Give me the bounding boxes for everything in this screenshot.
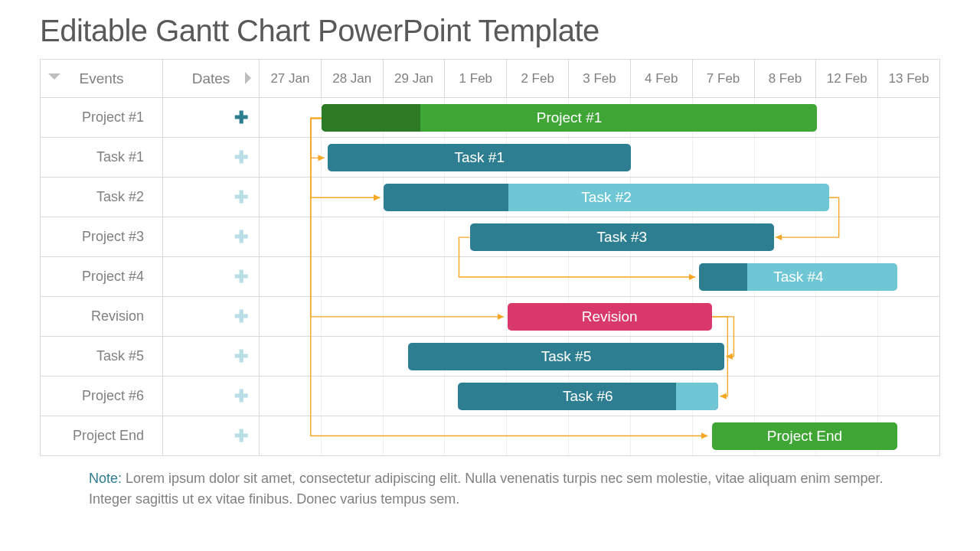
header-events[interactable]: Events <box>41 60 163 97</box>
timeline-cell <box>384 98 446 137</box>
timeline-cell <box>878 257 939 296</box>
row-timeline <box>260 416 939 455</box>
row-timeline <box>260 337 939 376</box>
timeline-cell <box>755 98 817 137</box>
timeline-cell <box>384 416 446 455</box>
note-text: Lorem ipsum dolor sit amet, consectetur … <box>89 471 883 507</box>
plus-icon: ✚ <box>234 308 248 325</box>
timeline-cell <box>569 178 631 217</box>
timeline-cell <box>384 138 446 177</box>
timeline-cell <box>755 217 817 256</box>
timeline-cell <box>816 257 878 296</box>
timeline-cell <box>816 416 878 455</box>
timeline-cell <box>816 138 878 177</box>
row-label: Task #5 <box>41 337 163 376</box>
header-date-col: 7 Feb <box>693 60 755 97</box>
timeline-cell <box>507 98 569 137</box>
row-expand[interactable]: ✚ <box>163 297 260 336</box>
timeline-cell <box>631 138 693 177</box>
timeline-cell <box>445 257 507 296</box>
timeline-cell <box>384 217 446 256</box>
header-dates[interactable]: Dates <box>163 60 260 97</box>
plus-icon: ✚ <box>234 229 248 246</box>
timeline-cell <box>878 377 939 416</box>
row-label: Task #2 <box>41 178 163 217</box>
plus-icon: ✚ <box>234 149 248 166</box>
timeline-cell <box>693 138 755 177</box>
timeline-cell <box>445 337 507 376</box>
plus-icon: ✚ <box>234 189 248 206</box>
timeline-cell <box>631 416 693 455</box>
header-date-col: 2 Feb <box>507 60 569 97</box>
gantt-row: Task #2✚ <box>41 178 939 217</box>
timeline-cell <box>445 98 507 137</box>
timeline-cell <box>878 337 939 376</box>
timeline-cell <box>693 217 755 256</box>
timeline-cell <box>693 257 755 296</box>
timeline-cell <box>569 337 631 376</box>
gantt-chart: Events Dates 27 Jan28 Jan29 Jan1 Feb2 Fe… <box>40 59 940 456</box>
timeline-cell <box>384 297 446 336</box>
timeline-cell <box>260 416 322 455</box>
timeline-cell <box>507 217 569 256</box>
timeline-cell <box>569 257 631 296</box>
row-label: Project #4 <box>41 257 163 296</box>
row-expand[interactable]: ✚ <box>163 138 260 177</box>
timeline-cell <box>260 377 322 416</box>
gantt-row: Project #4✚ <box>41 257 939 297</box>
timeline-cell <box>507 416 569 455</box>
timeline-cell <box>260 217 322 256</box>
timeline-cell <box>693 337 755 376</box>
row-label: Project #1 <box>41 98 163 137</box>
timeline-cell <box>878 138 939 177</box>
row-timeline <box>260 138 939 177</box>
timeline-cell <box>445 377 507 416</box>
slide: Editable Gantt Chart PowerPoint Template… <box>0 0 980 551</box>
timeline-cell <box>816 337 878 376</box>
timeline-cell <box>507 138 569 177</box>
slide-note: Note: Lorem ipsum dolor sit amet, consec… <box>40 468 940 510</box>
timeline-cell <box>631 297 693 336</box>
timeline-cell <box>693 297 755 336</box>
timeline-cell <box>322 178 384 217</box>
row-expand[interactable]: ✚ <box>163 337 260 376</box>
header-date-col: 3 Feb <box>569 60 631 97</box>
timeline-cell <box>631 337 693 376</box>
row-expand[interactable]: ✚ <box>163 257 260 296</box>
chevron-down-icon <box>48 73 60 80</box>
timeline-cell <box>322 98 384 137</box>
header-date-col: 13 Feb <box>878 60 939 97</box>
row-expand[interactable]: ✚ <box>163 98 260 137</box>
row-expand[interactable]: ✚ <box>163 377 260 416</box>
row-label: Project #3 <box>41 217 163 256</box>
timeline-cell <box>507 178 569 217</box>
row-timeline <box>260 257 939 296</box>
timeline-cell <box>260 138 322 177</box>
row-timeline <box>260 217 939 256</box>
chevron-right-icon <box>245 72 251 84</box>
timeline-cell <box>755 337 817 376</box>
timeline-cell <box>507 297 569 336</box>
timeline-cell <box>878 416 939 455</box>
timeline-cell <box>878 217 939 256</box>
timeline-cell <box>322 297 384 336</box>
timeline-cell <box>631 257 693 296</box>
timeline-cell <box>631 178 693 217</box>
timeline-cell <box>445 217 507 256</box>
row-timeline <box>260 98 939 137</box>
timeline-cell <box>816 217 878 256</box>
timeline-cell <box>322 138 384 177</box>
timeline-cell <box>755 416 817 455</box>
gantt-row: Project End✚ <box>41 416 939 456</box>
row-expand[interactable]: ✚ <box>163 416 260 455</box>
timeline-cell <box>322 416 384 455</box>
row-expand[interactable]: ✚ <box>163 178 260 217</box>
timeline-cell <box>507 337 569 376</box>
timeline-cell <box>445 297 507 336</box>
timeline-cell <box>260 178 322 217</box>
timeline-cell <box>755 178 817 217</box>
row-expand[interactable]: ✚ <box>163 217 260 256</box>
timeline-cell <box>693 98 755 137</box>
timeline-cell <box>569 297 631 336</box>
row-label: Revision <box>41 297 163 336</box>
